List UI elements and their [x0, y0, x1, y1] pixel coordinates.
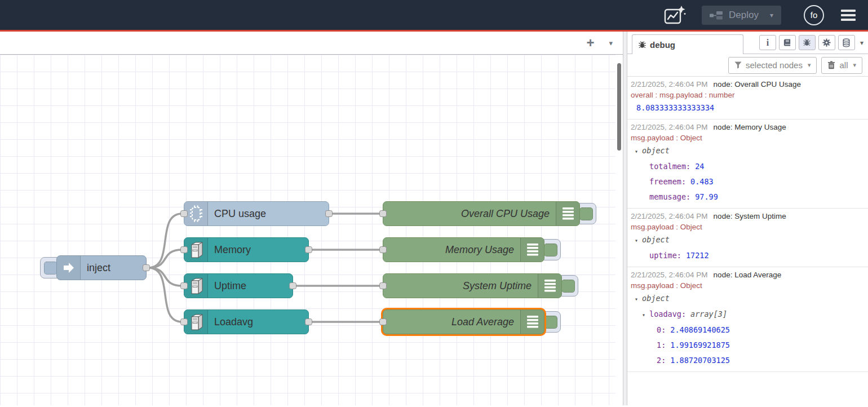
- deploy-button[interactable]: Deploy ▾: [702, 6, 781, 25]
- sidebar-tab-bar: debug i: [627, 32, 868, 54]
- caret-icon[interactable]: ▾: [635, 233, 642, 248]
- debug-sidebar: debug i: [627, 32, 868, 405]
- debug-message[interactable]: 2/21/2025, 2:46:04 PMnode: Overall CPU U…: [627, 77, 868, 120]
- config-nodes-button[interactable]: [818, 35, 835, 50]
- node-label: Memory: [208, 244, 308, 256]
- debug-value: 1.99169921875: [670, 340, 730, 350]
- tab-debug[interactable]: debug: [632, 34, 743, 54]
- debug-toggle-button-square: [579, 207, 593, 220]
- flow-sparkle-icon[interactable]: [663, 5, 686, 25]
- node-memory[interactable]: Memory: [184, 237, 309, 262]
- node-label: Overall CPU Usage: [383, 208, 556, 220]
- debug-tab-button[interactable]: [799, 35, 816, 50]
- server-icon: [184, 274, 208, 298]
- debug-tree-row: memusage:97.99: [631, 189, 865, 205]
- book-icon: [783, 38, 791, 47]
- debug-message[interactable]: 2/21/2025, 2:46:04 PMnode: Load Averagem…: [627, 267, 868, 372]
- node-label: Load Average: [383, 316, 520, 328]
- debug-toggle-button-square: [544, 244, 557, 256]
- debug-toggle-button-square: [544, 316, 557, 329]
- node-uptime[interactable]: Uptime: [184, 273, 293, 298]
- canvas-scrollbar[interactable]: [615, 55, 623, 405]
- debug-tree-row: 1:1.99169921875: [631, 338, 865, 353]
- port-input[interactable]: [379, 246, 387, 253]
- node-debug-system-uptime[interactable]: System Uptime: [383, 273, 562, 298]
- port-output[interactable]: [305, 318, 312, 325]
- help-tab-button[interactable]: [779, 35, 796, 50]
- port-output[interactable]: [289, 282, 296, 289]
- node-loadavg[interactable]: Loadavg: [184, 309, 309, 334]
- caret-icon[interactable]: ▾: [642, 307, 649, 322]
- debug-timestamp: 2/21/2025, 2:46:04 PM: [631, 212, 708, 220]
- port-output[interactable]: [143, 264, 150, 271]
- debug-key: 1:: [657, 340, 666, 350]
- node-label: System Uptime: [383, 280, 538, 292]
- port-input[interactable]: [379, 210, 387, 217]
- debug-list-icon: [556, 202, 579, 225]
- debug-message-property: msg.payload : Object: [631, 280, 865, 291]
- debug-message-property: msg.payload : Object: [631, 222, 865, 232]
- port-input[interactable]: [379, 282, 387, 289]
- debug-tree-row: freemem:0.483: [631, 174, 865, 189]
- debug-messages: 2/21/2025, 2:46:04 PMnode: Overall CPU U…: [627, 77, 868, 405]
- gear-icon: [822, 38, 831, 47]
- node-debug-overall-cpu-usage[interactable]: Overall CPU Usage: [383, 201, 580, 226]
- debug-tree-row: 8.083333333333334: [631, 100, 865, 116]
- node-red-window: Deploy ▾ fo + ▾ injectCPU usageMemoryUpt…: [0, 0, 868, 407]
- main-menu-button[interactable]: [841, 10, 856, 21]
- wire[interactable]: [148, 268, 182, 286]
- canvas-scrollbar-thumb[interactable]: [617, 63, 621, 151]
- debug-toolbar: selected nodes ▾ all ▾: [627, 54, 868, 77]
- debug-value: 24: [695, 162, 704, 171]
- debug-value: 0.483: [690, 177, 714, 186]
- node-label: CPU usage: [208, 208, 329, 220]
- bug-icon: [638, 41, 646, 49]
- port-input[interactable]: [180, 210, 188, 217]
- flow-list-chevron-icon[interactable]: ▾: [609, 39, 613, 47]
- node-label: Memory Usage: [383, 244, 520, 256]
- deploy-chevron-icon[interactable]: ▾: [770, 11, 773, 19]
- debug-list-icon: [520, 238, 544, 262]
- wire-layer: [0, 55, 623, 405]
- add-flow-button[interactable]: +: [586, 36, 594, 50]
- sidebar-resize-handle[interactable]: [623, 32, 627, 405]
- bug-icon: [803, 38, 811, 47]
- debug-message[interactable]: 2/21/2025, 2:46:04 PMnode: System Uptime…: [627, 209, 868, 267]
- port-output[interactable]: [325, 210, 333, 217]
- node-cpu-usage[interactable]: CPU usage: [184, 201, 329, 226]
- debug-node-name: node: System Uptime: [714, 212, 786, 220]
- user-avatar-button[interactable]: fo: [804, 5, 824, 25]
- debug-message[interactable]: 2/21/2025, 2:46:04 PMnode: Memory Usagem…: [627, 120, 868, 209]
- debug-tree-row: ▾object: [631, 291, 865, 307]
- info-tab-button[interactable]: i: [759, 35, 776, 50]
- sidebar-menu-chevron-icon[interactable]: ▾: [860, 39, 863, 47]
- inject-arrow-icon: [57, 256, 81, 280]
- header: Deploy ▾ fo: [0, 0, 868, 32]
- port-input[interactable]: [379, 318, 387, 325]
- port-input[interactable]: [180, 282, 188, 289]
- cpu-chip-icon: [184, 202, 208, 225]
- port-output[interactable]: [305, 246, 312, 253]
- debug-node-name: node: Overall CPU Usage: [714, 80, 801, 89]
- caret-icon[interactable]: ▾: [635, 291, 642, 307]
- context-data-button[interactable]: [838, 35, 855, 50]
- debug-value: 97.99: [695, 192, 718, 201]
- debug-tree-row: 0:2.40869140625: [631, 322, 865, 338]
- wire[interactable]: [148, 250, 182, 268]
- node-label: Uptime: [208, 280, 293, 292]
- debug-tree-row: uptime:17212: [631, 248, 865, 263]
- debug-clear-button[interactable]: all ▾: [821, 57, 862, 74]
- node-inject[interactable]: inject: [56, 255, 147, 280]
- debug-key: 0:: [657, 325, 666, 334]
- debug-message-header: 2/21/2025, 2:46:04 PMnode: System Uptime: [631, 211, 865, 222]
- debug-filter-button[interactable]: selected nodes ▾: [728, 57, 817, 74]
- flow-canvas[interactable]: injectCPU usageMemoryUptimeLoadavgOveral…: [0, 55, 623, 405]
- port-input[interactable]: [180, 318, 188, 325]
- node-debug-load-average[interactable]: Load Average: [383, 309, 544, 334]
- debug-key: uptime:: [649, 251, 681, 260]
- debug-tree-row: ▾loadavg:array[3]: [631, 307, 865, 322]
- database-icon: [842, 38, 851, 47]
- port-input[interactable]: [180, 246, 188, 253]
- node-debug-memory-usage[interactable]: Memory Usage: [383, 237, 544, 262]
- caret-icon[interactable]: ▾: [635, 144, 642, 159]
